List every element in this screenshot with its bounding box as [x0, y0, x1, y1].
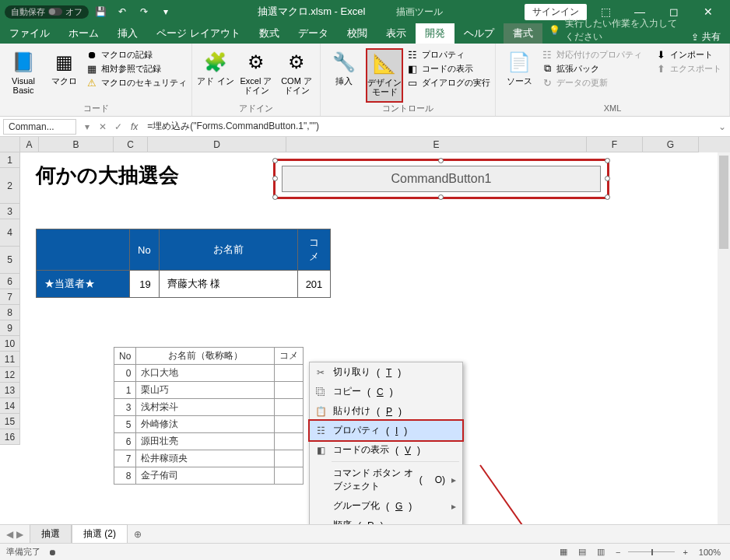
formula-input[interactable]: =埋め込み("Forms.CommandButton.1",""): [142, 120, 714, 133]
maximize-icon[interactable]: ◻: [658, 5, 690, 18]
tab-developer[interactable]: 開発: [416, 23, 454, 44]
zoom-in-button[interactable]: +: [679, 548, 690, 557]
vertical-scrollbar[interactable]: [718, 152, 730, 524]
ribbon-group-controls: 🔧挿入 📐デザイン モード ☷プロパティ ◧コードの表示 ▭ダイアログの実行 コ…: [321, 44, 496, 116]
col-header-D[interactable]: D: [148, 137, 286, 152]
expansion-pack-button[interactable]: ⧉拡張パック: [541, 62, 642, 75]
row-header-4[interactable]: 4: [0, 219, 20, 247]
macro-button[interactable]: ▦マクロ: [45, 48, 82, 103]
cm-copy[interactable]: ⿻コピー(C): [310, 382, 462, 401]
col-header-E[interactable]: E: [286, 137, 587, 152]
sheet-tab-1[interactable]: 抽選: [30, 524, 72, 544]
tab-insert[interactable]: 挿入: [108, 23, 147, 44]
undo-icon[interactable]: ↶: [112, 2, 132, 22]
row-header-1[interactable]: 1: [0, 152, 20, 168]
col-header-B[interactable]: B: [39, 137, 114, 152]
addin-button[interactable]: 🧩アド イン: [197, 48, 234, 103]
sheet-tab-2[interactable]: 抽選 (2): [72, 524, 128, 544]
tab-format[interactable]: 書式: [504, 23, 542, 44]
properties-button[interactable]: ☷プロパティ: [406, 48, 490, 61]
command-button-control[interactable]: CommandButton1: [282, 166, 601, 192]
minimize-icon[interactable]: —: [624, 5, 655, 18]
view-normal-icon[interactable]: ▦: [556, 547, 570, 557]
name-box[interactable]: Comman...: [3, 119, 76, 135]
autosave-toggle[interactable]: 自動保存オフ: [5, 5, 89, 19]
tab-view[interactable]: 表示: [377, 23, 416, 44]
ribbon-options-icon[interactable]: ⬚: [590, 5, 621, 18]
cm-group[interactable]: グループ化(G)▸: [310, 496, 462, 516]
table-row[interactable]: 0水口大地: [114, 365, 304, 382]
macro-security-button[interactable]: ⚠マクロのセキュリティ: [86, 76, 187, 89]
cm-view-code[interactable]: ◧コードの表示(V): [310, 440, 462, 460]
row-header-13[interactable]: 13: [0, 383, 20, 398]
row-header-11[interactable]: 11: [0, 352, 20, 367]
visual-basic-button[interactable]: 📘Visual Basic: [5, 48, 42, 103]
cancel-formula-icon[interactable]: ✕: [95, 121, 111, 132]
col-header-A[interactable]: A: [20, 137, 39, 152]
col-header-F[interactable]: F: [587, 137, 643, 152]
tab-formula[interactable]: 数式: [250, 23, 289, 44]
col-header-C[interactable]: C: [114, 137, 148, 152]
tab-data[interactable]: データ: [289, 23, 338, 44]
row-header-9[interactable]: 9: [0, 320, 20, 336]
row-header-16[interactable]: 16: [0, 429, 20, 445]
zoom-out-button[interactable]: −: [612, 548, 623, 557]
row-header-12[interactable]: 12: [0, 367, 20, 383]
table-row[interactable]: 6源田壮亮: [114, 433, 304, 450]
excel-addin-button[interactable]: ⚙Excel アドイン: [237, 48, 275, 103]
row-header-7[interactable]: 7: [0, 289, 20, 305]
row-header-3[interactable]: 3: [0, 204, 20, 219]
tab-help[interactable]: ヘルプ: [454, 23, 504, 44]
row-header-6[interactable]: 6: [0, 274, 20, 289]
qat-customize-icon[interactable]: ▾: [156, 2, 176, 22]
relative-ref-button[interactable]: ▦相対参照で記録: [86, 62, 187, 75]
table-row[interactable]: 7松井稼頭央: [114, 450, 304, 467]
close-icon[interactable]: ✕: [693, 5, 724, 18]
row-header-8[interactable]: 8: [0, 305, 20, 320]
com-addin-button[interactable]: ⚙COM アドイン: [278, 48, 315, 103]
table-row[interactable]: 8金子侑司: [114, 467, 304, 485]
table-row[interactable]: 3浅村栄斗: [114, 399, 304, 416]
import-button[interactable]: ⬇インポート: [655, 48, 721, 61]
run-dialog-button[interactable]: ▭ダイアログの実行: [406, 76, 490, 89]
macro-record-status-icon[interactable]: ⏺: [48, 548, 57, 557]
add-sheet-button[interactable]: ⊕: [128, 529, 148, 540]
view-layout-icon[interactable]: ▤: [575, 547, 589, 557]
cm-cut[interactable]: ✂切り取り(T): [310, 362, 462, 382]
view-pagebreak-icon[interactable]: ▥: [594, 547, 608, 557]
table-row[interactable]: 1栗山巧: [114, 382, 304, 399]
view-code-button[interactable]: ◧コードの表示: [406, 62, 490, 75]
sheet-nav-next-icon[interactable]: ▶: [16, 529, 23, 540]
row-header-5[interactable]: 5: [0, 247, 20, 274]
expand-formula-icon[interactable]: ⌄: [714, 121, 730, 132]
xml-source-button[interactable]: 📄ソース: [500, 48, 538, 103]
insert-control-button[interactable]: 🔧挿入: [325, 48, 363, 103]
cm-order[interactable]: 順序(R)▸: [310, 516, 462, 524]
table-row[interactable]: 5外崎修汰: [114, 416, 304, 433]
expand-icon: ⧉: [541, 62, 553, 75]
row-header-14[interactable]: 14: [0, 398, 20, 414]
zoom-level[interactable]: 100%: [696, 548, 724, 557]
cm-paste[interactable]: 📋貼り付け(P): [310, 401, 462, 421]
tab-home[interactable]: ホーム: [59, 23, 108, 44]
redo-icon[interactable]: ↷: [134, 2, 154, 22]
share-button[interactable]: ⇪共有: [682, 30, 730, 44]
fx-icon[interactable]: fx: [126, 121, 142, 132]
namebox-dropdown-icon[interactable]: ▾: [79, 121, 95, 132]
tab-file[interactable]: ファイル: [0, 23, 59, 44]
row-header-15[interactable]: 15: [0, 414, 20, 429]
save-icon[interactable]: 💾: [90, 2, 111, 22]
select-all-button[interactable]: [0, 137, 20, 152]
sheet-nav-prev-icon[interactable]: ◀: [6, 529, 13, 540]
design-mode-button[interactable]: 📐デザイン モード: [366, 48, 403, 103]
tell-me-search[interactable]: 💡実行したい作業を入力してください: [542, 17, 682, 44]
record-macro-button[interactable]: ⏺マクロの記録: [86, 48, 187, 61]
cm-properties[interactable]: ☷プロパティ(I): [308, 419, 464, 442]
enter-formula-icon[interactable]: ✓: [111, 121, 126, 132]
row-header-2[interactable]: 2: [0, 168, 20, 204]
cm-object[interactable]: コマンド ボタン オブジェクト(O)▸: [310, 464, 462, 496]
row-header-10[interactable]: 10: [0, 336, 20, 352]
tab-review[interactable]: 校閲: [338, 23, 377, 44]
col-header-G[interactable]: G: [643, 137, 699, 152]
tab-layout[interactable]: ページ レイアウト: [147, 23, 250, 44]
